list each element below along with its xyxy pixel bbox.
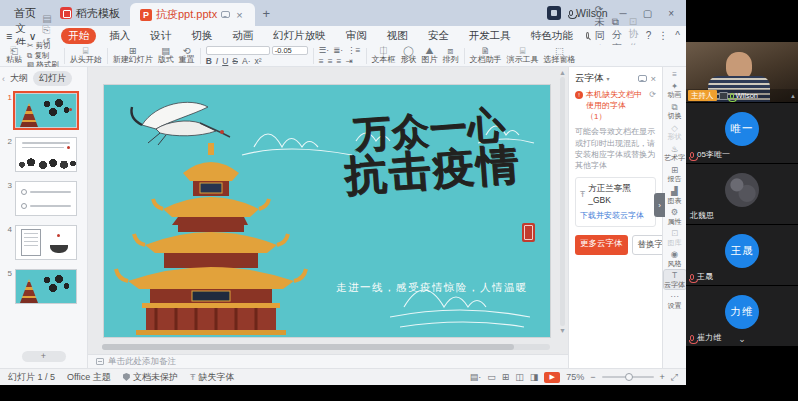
strip-item-gallery[interactable]: ⊡图库 bbox=[664, 228, 686, 247]
feedback-icon[interactable] bbox=[638, 75, 647, 82]
shapes-button[interactable]: ◯形状 bbox=[401, 46, 417, 65]
slide-thumbnail-5[interactable] bbox=[15, 269, 77, 304]
ribbon-tab-animation[interactable]: 动画 bbox=[225, 28, 260, 44]
font-color-button[interactable]: A· bbox=[242, 56, 251, 66]
ribbon-tab-slideshow[interactable]: 幻灯片放映 bbox=[266, 28, 333, 44]
slide-thumbnail-2[interactable] bbox=[15, 137, 77, 172]
scroll-up-icon[interactable]: ▲ bbox=[559, 69, 566, 76]
strip-item-properties[interactable]: ⚙属性 bbox=[664, 207, 686, 226]
protection-status[interactable]: 文档未保护 bbox=[123, 371, 178, 384]
new-slide-button[interactable]: ⊞新建幻灯片 bbox=[113, 46, 153, 65]
ribbon-tab-review[interactable]: 审阅 bbox=[339, 28, 374, 44]
bold-button[interactable]: B bbox=[206, 56, 212, 66]
layout-button[interactable]: ▤版式 bbox=[158, 46, 174, 65]
strip-item-wordart[interactable]: ♨艺术字 bbox=[664, 144, 686, 163]
ribbon-tab-view[interactable]: 视图 bbox=[380, 28, 415, 44]
font-name-combobox[interactable] bbox=[206, 46, 270, 55]
underline-button[interactable]: U bbox=[222, 56, 228, 66]
slide-editor[interactable]: 万众一心 抗击疫情 走进一线，感受疫情惊险，人情温暖 bbox=[104, 85, 550, 337]
cut-button[interactable]: ✂ 剪切 bbox=[27, 41, 59, 50]
search-icon[interactable] bbox=[586, 32, 589, 39]
slide-canvas[interactable]: 万众一心 抗击疫情 走进一线，感受疫情惊险，人情温暖 ▲ ▼ 单击此处添加备注 bbox=[88, 67, 568, 368]
fullscreen-icon[interactable]: ⤢ bbox=[671, 372, 678, 383]
zoom-level[interactable]: 75% bbox=[566, 372, 584, 382]
play-from-start-button[interactable]: ⌸从头开始 bbox=[70, 46, 102, 65]
tab-outline[interactable]: 大纲 bbox=[10, 72, 28, 85]
app-badge-icon[interactable] bbox=[547, 6, 561, 20]
more-cloud-fonts-button[interactable]: 更多云字体 bbox=[575, 235, 628, 255]
notes-toggle-icon[interactable]: ▤· bbox=[470, 372, 482, 382]
strip-item-style[interactable]: ◉风格 bbox=[664, 249, 686, 268]
paste-button[interactable]: ⎗粘贴 bbox=[6, 46, 22, 65]
strip-item-report[interactable]: ⊞报告 bbox=[664, 165, 686, 184]
copy-button[interactable]: ⧉ 复制 bbox=[27, 51, 59, 60]
sorter-view-icon[interactable]: ⊞ bbox=[502, 372, 510, 382]
strip-item-settings[interactable]: ⋯设置 bbox=[664, 291, 686, 310]
present-tools-button[interactable]: ⌸演示工具 bbox=[507, 46, 539, 65]
comment-bubble-icon[interactable] bbox=[221, 11, 230, 18]
ribbon-tab-home[interactable]: 开始 bbox=[61, 28, 96, 44]
participant-tile-5[interactable]: 力维 崔力维 ⌄ bbox=[686, 286, 798, 347]
zoom-slider-knob[interactable] bbox=[625, 373, 633, 381]
zoom-out-icon[interactable]: − bbox=[590, 372, 595, 382]
reset-button[interactable]: ⟲重置 bbox=[179, 46, 195, 65]
collapse-panel-icon[interactable]: ‹ bbox=[2, 74, 5, 84]
vertical-scrollbar[interactable]: ▲ ▼ bbox=[558, 69, 567, 334]
strip-item-cloud-fonts[interactable]: T云字体 bbox=[664, 270, 686, 289]
strip-menu-icon[interactable]: ≡ bbox=[672, 70, 677, 79]
panel-collapse-handle[interactable]: › bbox=[654, 193, 665, 217]
participant-tile-4[interactable]: 王晟 王晟 bbox=[686, 225, 798, 286]
horizontal-scrollbar[interactable] bbox=[102, 344, 550, 350]
slide-thumbnail-3[interactable] bbox=[15, 181, 77, 216]
theme-name[interactable]: Office 主题 bbox=[67, 371, 111, 384]
slide-thumbnail-4[interactable] bbox=[15, 225, 77, 260]
picture-button[interactable]: ⛰图片 bbox=[422, 46, 438, 65]
more-menu-button[interactable]: ⋮ bbox=[658, 30, 668, 41]
collapse-ribbon-button[interactable]: ^ bbox=[675, 30, 680, 41]
chevron-down-icon[interactable]: ▾ bbox=[607, 75, 610, 82]
add-slide-button[interactable]: + bbox=[22, 351, 66, 362]
strikethrough-button[interactable]: S bbox=[232, 56, 238, 66]
slideshow-play-button[interactable]: ▶ bbox=[544, 372, 560, 383]
download-install-link[interactable]: 下载并安装云字体 bbox=[580, 210, 651, 221]
normal-view-icon[interactable]: ▭ bbox=[487, 372, 496, 382]
participant-tile-2[interactable]: 唯一 05李唯一 bbox=[686, 103, 798, 164]
align-buttons[interactable]: ≡≡≡⇥ bbox=[319, 56, 361, 66]
scroll-more-chevron-icon[interactable]: ⌄ bbox=[738, 334, 746, 344]
selection-pane-button[interactable]: ⬚选择窗格 bbox=[544, 46, 576, 65]
new-document-tab-button[interactable]: + bbox=[255, 0, 279, 26]
tab-slides[interactable]: 幻灯片 bbox=[33, 71, 72, 86]
arrange-button[interactable]: ⧈排列 bbox=[443, 46, 459, 65]
list-buttons[interactable]: ☰·≣·⋮≡ bbox=[319, 45, 361, 55]
tab-active-document[interactable]: P 抗疫ppt.pptx × bbox=[130, 3, 255, 26]
participant-tile-3[interactable]: 北魏思 bbox=[686, 164, 798, 225]
ribbon-tab-security[interactable]: 安全 bbox=[421, 28, 456, 44]
italic-button[interactable]: I bbox=[216, 56, 218, 66]
superscript-button[interactable]: x² bbox=[255, 56, 262, 66]
close-document-icon[interactable]: × bbox=[234, 9, 244, 21]
notes-bar[interactable]: 单击此处添加备注 bbox=[88, 354, 568, 368]
missing-fonts-status[interactable]: Ŧ 缺失字体 bbox=[190, 371, 235, 384]
ribbon-tab-features[interactable]: 特色功能 bbox=[524, 28, 580, 44]
tab-docer-templates[interactable]: 稻壳模板 bbox=[50, 0, 130, 26]
slide-title-calligraphy[interactable]: 万众一心 抗击疫情 bbox=[314, 103, 547, 199]
doc-assistant-button[interactable]: 🗎文档助手 bbox=[470, 46, 502, 65]
font-size-combobox[interactable]: -0.05 bbox=[272, 46, 308, 55]
strip-item-animation[interactable]: ✦动画 bbox=[664, 81, 686, 100]
zoom-slider[interactable] bbox=[602, 376, 654, 378]
strip-item-shapes[interactable]: ◇形状 bbox=[664, 123, 686, 142]
refresh-icon[interactable]: ⟳ bbox=[649, 90, 656, 122]
strip-item-chart[interactable]: ▟图表 bbox=[664, 186, 686, 205]
close-panel-icon[interactable]: × bbox=[650, 73, 656, 84]
ribbon-tab-insert[interactable]: 插入 bbox=[102, 28, 137, 44]
slide-subtitle[interactable]: 走进一线，感受疫情惊险，人情温暖 bbox=[324, 281, 540, 295]
scroll-down-icon[interactable]: ▼ bbox=[559, 327, 566, 334]
strip-item-transition[interactable]: ⧉切换 bbox=[664, 102, 686, 121]
reading-view-icon[interactable]: ◫ bbox=[515, 372, 524, 382]
ribbon-tab-design[interactable]: 设计 bbox=[143, 28, 178, 44]
ribbon-tab-devtools[interactable]: 开发工具 bbox=[462, 28, 518, 44]
ribbon-tab-transition[interactable]: 切换 bbox=[184, 28, 219, 44]
help-button[interactable]: ? bbox=[646, 30, 652, 41]
textbox-button[interactable]: ⎅文本框 bbox=[372, 46, 396, 65]
master-view-icon[interactable]: ◨ bbox=[530, 372, 539, 382]
